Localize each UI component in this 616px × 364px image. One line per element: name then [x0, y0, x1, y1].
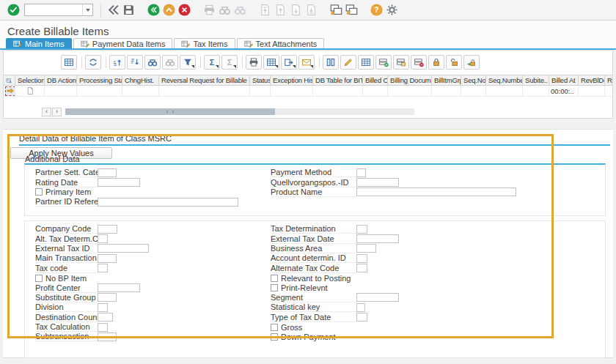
grid-cell[interactable] — [45, 86, 77, 96]
column-header-exception-history[interactable]: Exception History — [271, 75, 313, 85]
field-input-product-name[interactable] — [356, 187, 516, 196]
field-input-account-determin-id[interactable] — [356, 254, 367, 263]
print-button[interactable] — [246, 55, 262, 70]
back-button[interactable] — [147, 4, 160, 16]
enter-button[interactable] — [7, 4, 20, 16]
subtotal-button[interactable] — [221, 55, 238, 70]
grid-cell[interactable] — [4, 86, 15, 96]
scrollbar-thumb[interactable] — [65, 108, 275, 115]
column-header-billing-document[interactable]: Billing Document — [388, 75, 432, 85]
send-button[interactable] — [298, 55, 315, 70]
filter-button[interactable] — [180, 55, 196, 70]
field-input-destination-country[interactable] — [98, 313, 113, 322]
column-layout-button[interactable] — [323, 55, 339, 70]
column-header-reversal-request-for-billable-items[interactable]: Reversal Request for Billable Items — [159, 75, 250, 85]
new-session-button[interactable] — [330, 4, 342, 16]
field-input-payment-method[interactable] — [356, 168, 366, 177]
page-down-button[interactable] — [290, 4, 302, 16]
checkbox-gross[interactable] — [271, 324, 278, 331]
find-next-button[interactable] — [234, 4, 246, 16]
column-header-status[interactable]: Status — [250, 75, 271, 85]
table-view-button[interactable] — [358, 55, 374, 70]
column-header-selection[interactable]: Selection — [15, 75, 45, 85]
tab-tax-items[interactable]: Tax Items — [174, 38, 235, 48]
find-next-button[interactable] — [162, 55, 178, 70]
grid-cell[interactable] — [77, 86, 122, 96]
checkbox-primary-item[interactable] — [35, 188, 43, 196]
column-header-rvdoc[interactable]: RvDoc — [605, 75, 613, 85]
field-input-tax-calculation[interactable] — [98, 323, 108, 332]
grid-cell[interactable] — [579, 86, 605, 96]
grid-cell[interactable] — [432, 86, 461, 96]
grid-cell[interactable] — [122, 86, 159, 96]
grid-cell[interactable] — [159, 86, 250, 96]
grid-cell[interactable] — [388, 86, 432, 96]
save-button[interactable] — [122, 4, 135, 16]
grid-cell[interactable] — [523, 86, 549, 96]
field-input-subtransaction[interactable] — [98, 333, 117, 341]
cancel-button[interactable] — [178, 4, 191, 16]
tab-text-attachments[interactable]: Text Attachments — [237, 38, 325, 48]
column-header-db-action[interactable]: DB Action — [45, 75, 77, 85]
field-input-segment[interactable] — [356, 293, 399, 302]
unlock-button[interactable] — [446, 55, 462, 70]
insert-row-button[interactable] — [375, 55, 392, 70]
field-input-partner-sett-categ-[interactable] — [98, 168, 117, 177]
column-header-processing-status[interactable]: Processing Status — [77, 75, 122, 85]
customize-layout-button[interactable] — [386, 4, 398, 16]
column-header-chnghist-[interactable]: ChngHist. — [122, 75, 159, 85]
field-input-quellvorgangspos-id[interactable] — [356, 178, 399, 187]
tab-main-items[interactable]: Main Items — [6, 38, 72, 48]
edit-button[interactable] — [340, 55, 356, 70]
field-input-profit-center[interactable] — [98, 283, 140, 292]
delete-row-button[interactable] — [411, 55, 427, 70]
find-button[interactable] — [219, 4, 231, 16]
exit-button[interactable] — [163, 4, 175, 16]
field-input-substitute-group[interactable] — [98, 293, 117, 302]
column-header-billed-at[interactable]: Billed At — [549, 75, 579, 85]
scroll-right-button[interactable]: › — [52, 108, 62, 116]
column-header-seq-number[interactable]: Seq.Number — [486, 75, 523, 85]
refresh-button[interactable] — [85, 55, 101, 70]
create-shortcut-button[interactable] — [345, 4, 358, 16]
field-input-partner-id-reference[interactable] — [98, 198, 238, 207]
last-page-button[interactable] — [305, 4, 318, 16]
copy-row-button[interactable] — [393, 55, 409, 70]
command-input[interactable] — [25, 5, 82, 15]
row-selection-cell[interactable] — [5, 86, 15, 96]
grid-cell[interactable] — [15, 86, 45, 96]
column-header-seq-no-[interactable]: Seq.No. — [461, 75, 486, 85]
checkbox-relevant-to-posting[interactable] — [271, 275, 278, 282]
grid-cell[interactable] — [271, 86, 313, 96]
help-button[interactable] — [370, 4, 383, 16]
grid-cell[interactable] — [461, 86, 486, 96]
adopt-rows-button[interactable] — [463, 55, 480, 70]
sort-descending-button[interactable] — [127, 55, 143, 70]
table-settings-button[interactable] — [61, 55, 77, 70]
column-header-subite-[interactable]: Subite.. — [523, 75, 549, 85]
select-all-corner-icon[interactable] — [4, 75, 15, 85]
checkbox-no-bp-item[interactable] — [35, 275, 43, 282]
field-input-type-of-tax-date[interactable] — [356, 313, 367, 322]
scroll-left-button[interactable]: ‹ — [42, 108, 51, 116]
sort-ascending-button[interactable] — [109, 55, 125, 70]
collapse-toolbar-button[interactable] — [107, 4, 120, 16]
grid-cell[interactable] — [313, 86, 363, 96]
scrollbar-track[interactable] — [65, 108, 414, 115]
field-input-tax-code[interactable] — [98, 264, 108, 272]
lock-button[interactable] — [428, 55, 444, 70]
tab-payment-data-items[interactable]: Payment Data Items — [73, 38, 173, 48]
field-input-alt-tax-determ-code[interactable] — [98, 234, 108, 243]
field-input-statistical-key[interactable] — [356, 303, 365, 312]
export-button[interactable] — [281, 55, 297, 70]
grid-cell[interactable] — [250, 86, 271, 96]
field-input-main-transaction[interactable] — [98, 254, 117, 263]
column-header-revbldoc-[interactable]: RevBlDoc. — [579, 75, 605, 85]
field-input-company-code[interactable] — [98, 225, 117, 234]
combo-dropdown-icon[interactable] — [82, 4, 92, 15]
column-header-billitmgrp[interactable]: BillItmGrp — [432, 75, 461, 85]
checkbox-print-relevnt[interactable] — [271, 284, 278, 291]
field-input-rating-date[interactable] — [98, 178, 140, 187]
print-button[interactable] — [203, 4, 216, 16]
field-input-division[interactable] — [98, 303, 108, 312]
